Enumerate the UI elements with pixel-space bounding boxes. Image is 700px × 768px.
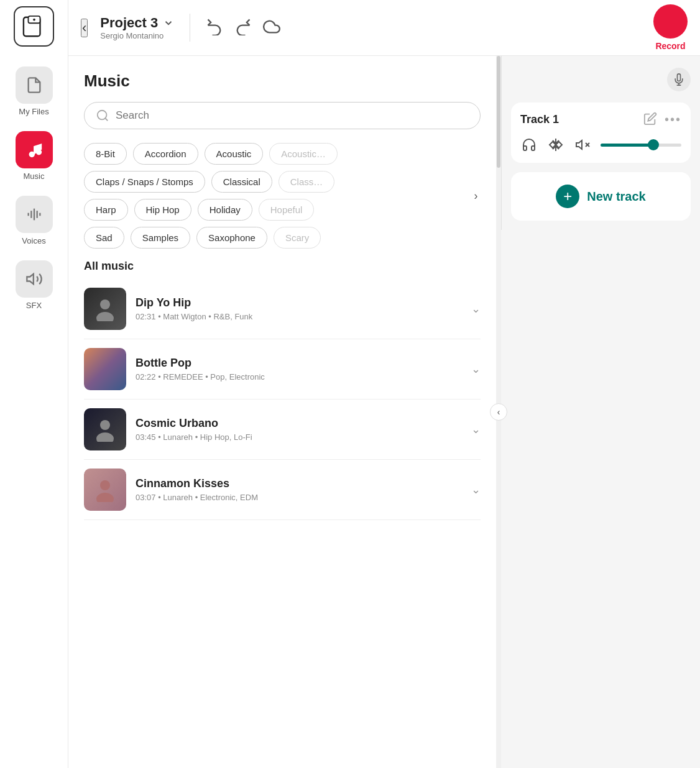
- svg-point-11: [98, 111, 107, 120]
- chip-classic-rock[interactable]: Class…: [279, 171, 335, 193]
- track-expand-icon[interactable]: ⌄: [471, 302, 481, 316]
- sidebar-item-label: SFX: [26, 301, 42, 310]
- track-thumbnail: [84, 288, 126, 330]
- svg-point-16: [96, 432, 114, 442]
- person-icon: [93, 417, 117, 442]
- sidebar-item-label: Music: [24, 171, 45, 181]
- right-panel: Track 1 •••: [501, 56, 700, 230]
- svg-marker-22: [576, 140, 582, 149]
- chip-scary[interactable]: Scary: [274, 227, 321, 249]
- track-card-title: Track 1: [520, 113, 559, 126]
- record-button[interactable]: Record: [653, 4, 688, 51]
- svg-point-15: [100, 420, 110, 430]
- right-panel-wrapper: ‹ Track 1: [501, 56, 700, 768]
- microphone-button[interactable]: [667, 68, 691, 91]
- header-actions: [206, 18, 280, 37]
- filter-row-1: 8-Bit Accordion Acoustic Acoustic… ›: [84, 143, 481, 165]
- scrollbar-thumb[interactable]: [497, 56, 500, 168]
- sidebar-item-music[interactable]: Music: [0, 124, 68, 188]
- chip-holiday[interactable]: Holiday: [198, 199, 252, 221]
- sidebar-item-voices[interactable]: Voices: [0, 188, 68, 253]
- chip-samples[interactable]: Samples: [131, 227, 190, 249]
- header: ‹ Project 3 Sergio Montanino: [68, 0, 700, 56]
- file-icon: [16, 66, 53, 104]
- svg-point-18: [96, 493, 114, 502]
- track-card-header: Track 1 •••: [520, 112, 681, 127]
- more-options-button[interactable]: •••: [665, 112, 681, 127]
- redo-button[interactable]: [234, 18, 252, 37]
- chip-8bit[interactable]: 8-Bit: [84, 143, 127, 165]
- cloud-icon: [263, 18, 280, 35]
- track-expand-icon[interactable]: ⌄: [471, 483, 481, 496]
- edit-track-button[interactable]: [643, 112, 657, 127]
- back-button[interactable]: ‹: [81, 19, 88, 37]
- track-expand-icon[interactable]: ⌄: [471, 362, 481, 376]
- sidebar-item-my-files[interactable]: My Files: [0, 59, 68, 124]
- track-item[interactable]: Cosmic Urbano 03:45 • Lunareh • Hip Hop,…: [84, 400, 481, 460]
- headphone-icon[interactable]: [520, 136, 538, 153]
- volume-thumb[interactable]: [648, 139, 659, 150]
- redo-icon: [234, 18, 252, 35]
- person-icon: [93, 477, 117, 502]
- volume-slider[interactable]: [601, 144, 681, 147]
- cloud-button[interactable]: [263, 18, 280, 37]
- track-thumbnail: [84, 408, 126, 450]
- svg-point-3: [29, 152, 34, 157]
- track-item[interactable]: Bottle Pop 02:22 • REMEDEE • Pop, Electr…: [84, 339, 481, 400]
- track-meta: 02:31 • Matt Wigton • R&B, Funk: [136, 312, 462, 321]
- waveform-icon: [16, 196, 53, 233]
- svg-point-14: [96, 312, 114, 321]
- sidebar: My Files Music Voices: [0, 0, 68, 768]
- svg-point-13: [100, 299, 110, 309]
- track-card-actions: •••: [643, 112, 681, 127]
- project-info: Project 3 Sergio Montanino: [100, 15, 174, 40]
- music-panel-title: Music: [84, 71, 481, 91]
- new-track-button[interactable]: + New track: [511, 172, 691, 221]
- track-meta: 02:22 • REMEDEE • Pop, Electronic: [136, 372, 462, 382]
- track-expand-icon[interactable]: ⌄: [471, 423, 481, 436]
- chip-harp[interactable]: Harp: [84, 199, 128, 221]
- chip-sad[interactable]: Sad: [84, 227, 124, 249]
- undo-icon: [206, 18, 223, 35]
- content-area: Music 8-Bit Accordion Acoustic Acoustic……: [68, 56, 700, 768]
- mute-icon[interactable]: [574, 136, 591, 153]
- chip-acoustic[interactable]: Acoustic: [205, 143, 264, 165]
- right-panel-topbar: [511, 65, 691, 93]
- all-music-title: All music: [84, 260, 481, 273]
- undo-button[interactable]: [206, 18, 223, 37]
- track-name: Bottle Pop: [136, 357, 462, 370]
- chip-claps[interactable]: Claps / Snaps / Stomps: [84, 171, 205, 193]
- search-box: [84, 102, 481, 129]
- track-thumbnail: [84, 469, 126, 511]
- microphone-icon: [673, 73, 685, 86]
- volume-slider-container: [601, 144, 681, 147]
- record-dot: [653, 4, 688, 39]
- app-logo: [14, 6, 54, 47]
- chip-acoustic-guitar[interactable]: Acoustic…: [269, 143, 338, 165]
- chip-saxophone[interactable]: Saxophone: [196, 227, 267, 249]
- track-name: Dip Yo Hip: [136, 296, 462, 309]
- track-card: Track 1 •••: [511, 103, 691, 163]
- collapse-panel-button[interactable]: ‹: [490, 403, 507, 421]
- chip-accordion[interactable]: Accordion: [133, 143, 198, 165]
- chip-hiphop[interactable]: Hip Hop: [134, 199, 191, 221]
- search-input[interactable]: [116, 109, 469, 122]
- track-item[interactable]: Cinnamon Kisses 03:07 • Lunareh • Electr…: [84, 460, 481, 520]
- music-icon: [16, 131, 53, 168]
- sfx-icon: [16, 260, 53, 298]
- main-area: ‹ Project 3 Sergio Montanino: [68, 0, 700, 768]
- edit-icon: [643, 112, 657, 126]
- search-icon: [96, 109, 109, 122]
- new-track-label: New track: [587, 190, 646, 204]
- chevron-down-icon: [163, 17, 174, 29]
- filter-section: 8-Bit Accordion Acoustic Acoustic… › Cla…: [84, 143, 481, 249]
- track-thumbnail: [84, 348, 126, 390]
- header-divider: [190, 14, 190, 42]
- track-item[interactable]: Dip Yo Hip 02:31 • Matt Wigton • R&B, Fu…: [84, 279, 481, 339]
- chip-hopeful[interactable]: Hopeful: [259, 199, 315, 221]
- svg-point-17: [100, 480, 110, 490]
- sidebar-item-sfx[interactable]: SFX: [0, 253, 68, 318]
- svg-point-2: [33, 18, 35, 21]
- freeze-icon[interactable]: [547, 136, 564, 153]
- chip-classical[interactable]: Classical: [211, 171, 272, 193]
